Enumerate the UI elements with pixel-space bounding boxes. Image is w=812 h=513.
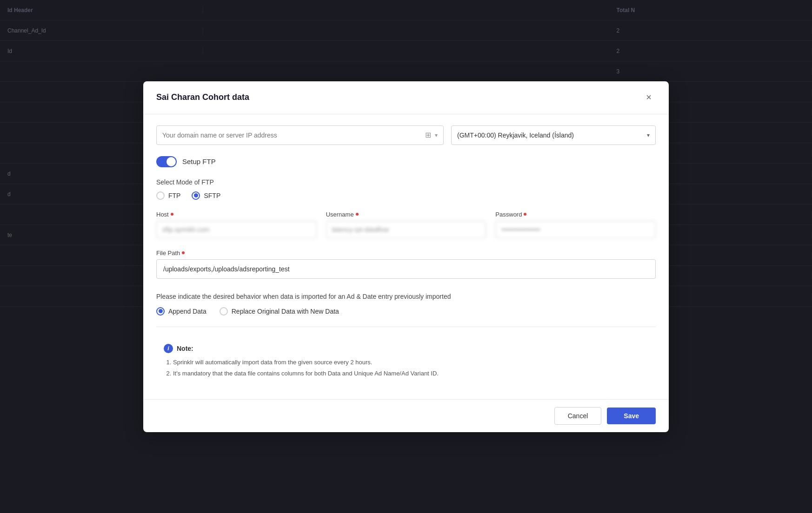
modal-title: Sai Charan Cohort data	[156, 92, 249, 102]
password-input[interactable]	[495, 221, 656, 238]
close-button[interactable]: ×	[642, 91, 656, 105]
save-button[interactable]: Save	[607, 408, 656, 424]
setup-ftp-row: Setup FTP	[156, 156, 656, 167]
credentials-row: Host Username Password	[156, 211, 656, 238]
host-label: Host	[156, 211, 317, 218]
chevron-down-icon[interactable]: ▾	[435, 132, 438, 138]
note-section: i Note: Sprinklr will automatically impo…	[156, 336, 656, 388]
modal-body: ⊞ ▾ (GMT+00:00) Reykjavik, Iceland (Ísla…	[143, 114, 669, 399]
note-item-1: Sprinklr will automatically import data …	[173, 358, 648, 367]
cancel-button[interactable]: Cancel	[554, 407, 602, 425]
sftp-option[interactable]: SFTP	[192, 191, 220, 200]
note-list: Sprinklr will automatically import data …	[164, 358, 648, 378]
host-input[interactable]	[156, 221, 317, 238]
behavior-options: Append Data Replace Original Data with N…	[156, 307, 656, 316]
replace-data-label: Replace Original Data with New Data	[232, 308, 339, 315]
ftp-radio-circle	[156, 191, 165, 200]
password-field-group: Password	[495, 211, 656, 238]
sftp-radio-label: SFTP	[204, 192, 220, 199]
note-header: i Note:	[164, 344, 648, 353]
grid-icon: ⊞	[425, 131, 431, 139]
timezone-value: (GMT+00:00) Reykjavik, Iceland (Ísland)	[457, 132, 647, 139]
username-label: Username	[326, 211, 486, 218]
replace-data-radio-circle	[220, 307, 228, 316]
host-required-indicator	[171, 213, 173, 216]
info-icon: i	[164, 344, 173, 353]
replace-data-option[interactable]: Replace Original Data with New Data	[220, 307, 339, 316]
password-required-indicator	[524, 213, 526, 216]
domain-input[interactable]	[162, 132, 425, 139]
setup-ftp-toggle[interactable]	[156, 156, 177, 167]
modal-dialog: Sai Charan Cohort data × ⊞ ▾ (GMT+00:00)…	[143, 81, 669, 432]
timezone-chevron-icon: ▾	[647, 132, 650, 138]
timezone-dropdown[interactable]: (GMT+00:00) Reykjavik, Iceland (Ísland) …	[451, 125, 656, 145]
append-data-option[interactable]: Append Data	[156, 307, 206, 316]
domain-field-wrapper: ⊞ ▾	[156, 125, 444, 145]
file-path-required-indicator	[182, 251, 185, 254]
username-field-group: Username	[326, 211, 486, 238]
file-path-input[interactable]	[156, 259, 656, 279]
host-field-group: Host	[156, 211, 317, 238]
ftp-radio-label: FTP	[168, 192, 180, 199]
ftp-mode-radio-group: FTP SFTP	[156, 191, 656, 200]
ftp-option[interactable]: FTP	[156, 191, 180, 200]
modal-footer: Cancel Save	[143, 399, 669, 432]
password-label: Password	[495, 211, 656, 218]
note-title: Note:	[177, 345, 193, 352]
modal-header: Sai Charan Cohort data ×	[143, 81, 669, 114]
setup-ftp-label: Setup FTP	[182, 158, 216, 165]
behavior-section: Please indicate the desired behavior whe…	[156, 292, 656, 316]
username-required-indicator	[356, 213, 359, 216]
username-input[interactable]	[326, 221, 486, 238]
sftp-radio-circle	[192, 191, 200, 200]
append-data-label: Append Data	[168, 308, 206, 315]
ftp-mode-label: Select Mode of FTP	[156, 178, 656, 186]
note-item-2: It's mandatory that the data file contai…	[173, 369, 648, 378]
toggle-knob	[166, 157, 176, 166]
section-divider	[156, 327, 656, 327]
top-row: ⊞ ▾ (GMT+00:00) Reykjavik, Iceland (Ísla…	[156, 125, 656, 145]
file-path-group: File Path	[156, 250, 656, 279]
append-data-radio-circle	[156, 307, 165, 316]
file-path-label: File Path	[156, 250, 656, 256]
behavior-description: Please indicate the desired behavior whe…	[156, 292, 656, 302]
